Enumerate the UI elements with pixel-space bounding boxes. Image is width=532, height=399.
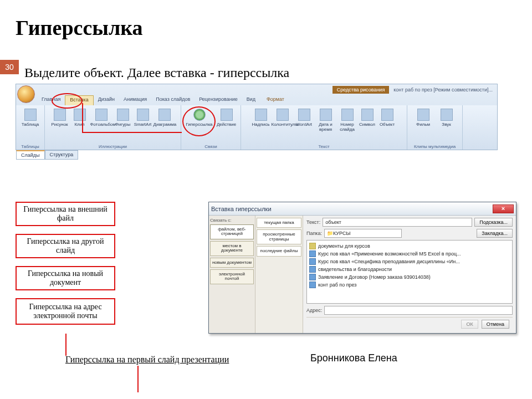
browse-current-folder[interactable]: текущая папка (257, 218, 301, 228)
dialog-titlebar[interactable]: Вставка гиперссылки × (209, 202, 516, 216)
btn-action[interactable]: Действие (216, 106, 238, 127)
tab-view[interactable]: Вид (242, 95, 260, 105)
close-icon[interactable]: × (493, 204, 514, 213)
page-number-badge: 30 (0, 60, 19, 74)
title-bar: Средства рисования конт раб по през [Реж… (37, 84, 497, 95)
contextual-tab-title: Средства рисования (332, 86, 390, 94)
btn-hyperlink[interactable]: Гиперссылка (185, 106, 214, 127)
link-to-place-in-doc[interactable]: местом в документе (210, 241, 254, 256)
box-link-external-file: Гиперссылка на внешний файл (16, 202, 115, 226)
btn-table[interactable]: Таблица (19, 106, 42, 127)
link-to-panel: Связать с: файлом, веб-страницей местом … (209, 216, 255, 333)
address-label: Адрес: (306, 308, 322, 313)
folder-dropdown[interactable]: 📁 КУРСЫ (324, 229, 402, 238)
btn-shapes[interactable]: Фигуры (114, 106, 132, 127)
btn-smartart[interactable]: SmartArt (134, 106, 152, 127)
btn-movie[interactable]: Фильм (412, 106, 434, 127)
tab-review[interactable]: Рецензирование (195, 95, 242, 105)
btn-slideno[interactable]: Номер слайда (338, 106, 357, 132)
box-link-email: Гиперссылка на адрес электронной почты (16, 298, 115, 325)
btn-photoalbum[interactable]: Фотоальбом (90, 106, 112, 127)
browse-panel: текущая папка просмотренные страницы пос… (255, 216, 303, 333)
btn-symbol[interactable]: Символ (358, 106, 377, 132)
tab-format[interactable]: Формат (262, 95, 289, 105)
btn-headerfooter[interactable]: Колонтитулы (272, 106, 294, 132)
box-link-other-slide: Гиперссылка на другой слайд (16, 234, 115, 258)
file-icon (309, 258, 316, 265)
ribbon-groups: Таблица Таблицы Рисунок Клип Фотоальбом … (16, 105, 497, 150)
group-tables: Таблица Таблицы (16, 105, 45, 150)
annotation-connector-2 (137, 366, 139, 392)
globe-icon (193, 109, 206, 121)
file-icon (309, 274, 316, 280)
text-field[interactable]: объект (323, 218, 472, 227)
list-item[interactable]: свидетельства и благодарности (309, 265, 510, 273)
file-icon (309, 282, 316, 288)
btn-sound[interactable]: Звук (436, 106, 458, 127)
cancel-button[interactable]: Отмена (482, 320, 509, 329)
group-links: Гиперссылка Действие Связи (181, 105, 241, 150)
office-button-icon[interactable] (17, 85, 35, 103)
list-item[interactable]: Курс пов квал «Применение возможностей M… (309, 250, 510, 258)
insert-hyperlink-dialog: Вставка гиперссылки × Связать с: файлом,… (208, 202, 516, 334)
list-item[interactable]: конт раб по през (309, 281, 510, 289)
tab-design[interactable]: Дизайн (94, 95, 119, 105)
list-item[interactable]: Курс пов квал «Специфика преподавания ди… (309, 258, 510, 265)
btn-object[interactable]: Объект (378, 106, 397, 132)
browse-browsed-pages[interactable]: просмотренные страницы (257, 229, 301, 244)
dialog-title: Вставка гиперссылки (211, 206, 493, 212)
btn-textbox[interactable]: Надпись (252, 106, 270, 132)
bookmark-button[interactable]: Закладка... (477, 229, 513, 238)
text-label: Текст: (306, 219, 320, 225)
btn-wordart[interactable]: WordArt (295, 106, 314, 132)
instruction-text: Выделите объект. Далее вставка - гиперсс… (24, 65, 532, 80)
list-item[interactable]: Заявление и Договор (Номер заказа 939014… (309, 273, 510, 281)
dialog-main-area: Текст: объект Подсказка... Папка: 📁 КУРС… (303, 216, 516, 333)
group-media: Фильм Звук Клипы мультимедиа (407, 105, 463, 150)
link-to-email[interactable]: электронной почтой (210, 269, 254, 284)
caption-first-slide-link: Гиперссылка на первый слайд презентации (65, 355, 229, 365)
folder-icon (309, 243, 316, 249)
btn-chart[interactable]: Диаграмма (154, 106, 176, 127)
document-name: конт раб по през [Режим совместимости]..… (393, 87, 493, 93)
annotation-connector-1 (65, 334, 66, 356)
pane-tab-slides[interactable]: Слайды (16, 150, 45, 160)
group-illustrations: Рисунок Клип Фотоальбом Фигуры SmartArt … (45, 105, 181, 150)
link-to-file-web[interactable]: файлом, веб-страницей (210, 224, 254, 239)
tab-insert[interactable]: Вставка (65, 95, 93, 105)
tab-slideshow[interactable]: Показ слайдов (151, 95, 195, 105)
link-to-new-doc[interactable]: новым документом (210, 258, 254, 268)
file-list[interactable]: документы для курсов Курс пов квал «Прим… (306, 240, 513, 304)
file-icon (309, 266, 316, 273)
tab-animation[interactable]: Анимация (119, 95, 151, 105)
pane-tab-outline[interactable]: Структура (45, 150, 79, 160)
tab-home[interactable]: Главная (37, 95, 65, 105)
hint-button[interactable]: Подсказка... (474, 218, 513, 227)
box-link-new-document: Гиперссылка на новый документ (16, 266, 115, 290)
list-item[interactable]: документы для курсов (309, 242, 510, 250)
ok-button[interactable]: ОК (461, 320, 478, 329)
pane-tabs: Слайды Структура (16, 150, 78, 160)
browse-recent-files[interactable]: последние файлы (257, 246, 301, 256)
link-to-label: Связать с: (210, 218, 254, 223)
author-name: Бронникова Елена (310, 352, 397, 364)
ribbon-tabs: Главная Вставка Дизайн Анимация Показ сл… (37, 95, 497, 105)
ribbon-screenshot: Средства рисования конт раб по през [Реж… (16, 84, 498, 150)
slide-title: Гиперссылка (16, 16, 532, 40)
folder-label: Папка: (306, 231, 322, 236)
btn-picture[interactable]: Рисунок (50, 106, 69, 127)
group-text: Надпись Колонтитулы WordArt Дата и время… (241, 105, 407, 150)
btn-clip[interactable]: Клип (70, 106, 89, 127)
btn-datetime[interactable]: Дата и время (315, 106, 337, 132)
address-field[interactable] (324, 306, 513, 315)
file-icon (309, 250, 316, 257)
